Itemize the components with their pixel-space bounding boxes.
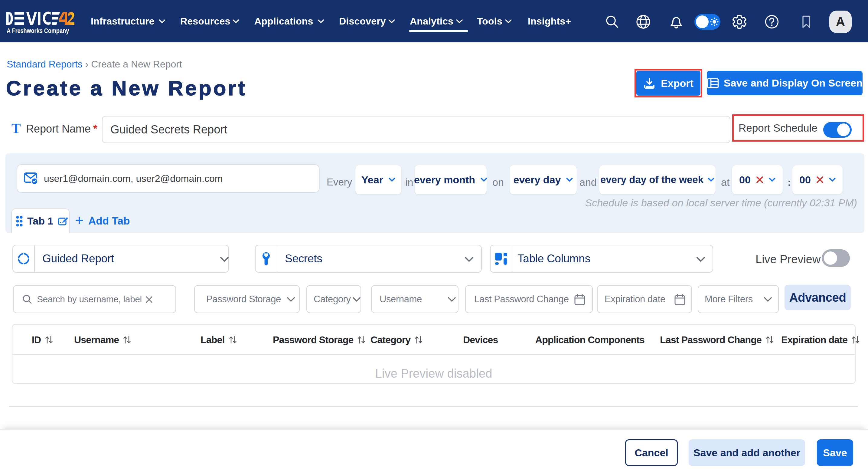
svg-text:A Freshworks Company: A Freshworks Company	[7, 27, 69, 34]
